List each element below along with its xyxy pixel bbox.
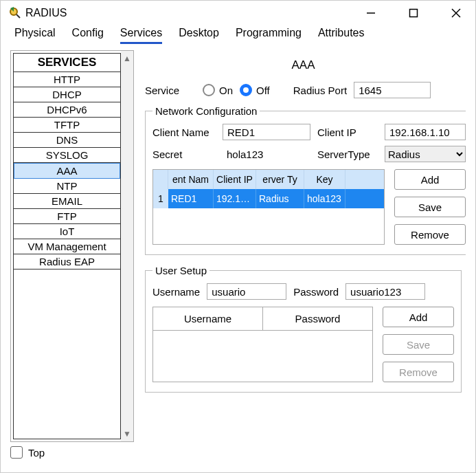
network-clients-table[interactable]: ent Nam Client IP erver Ty Key 1 RED1 19… — [152, 169, 385, 245]
nc-add-button[interactable]: Add — [394, 169, 466, 190]
sidebar-item-ftp[interactable]: FTP — [14, 209, 120, 224]
sidebar-scrollbar[interactable]: ▲ ▼ — [121, 51, 133, 441]
sidebar-item-vm-management[interactable]: VM Management — [14, 239, 120, 254]
sidebar-item-http[interactable]: HTTP — [14, 72, 120, 87]
client-name-input[interactable] — [223, 124, 310, 140]
th-server-type: erver Ty — [256, 170, 304, 189]
radius-port-label: Radius Port — [293, 85, 347, 96]
th-client-name: ent Nam — [168, 170, 214, 189]
sidebar-item-dns[interactable]: DNS — [14, 133, 120, 148]
tab-config[interactable]: Config — [72, 27, 104, 44]
sidebar-item-email[interactable]: EMAIL — [14, 194, 120, 209]
sidebar-item-dhcp[interactable]: DHCP — [14, 87, 120, 102]
password-input[interactable] — [345, 283, 425, 300]
th-client-ip: Client IP — [214, 170, 256, 189]
us-remove-button[interactable]: Remove — [383, 362, 454, 382]
service-on-radio[interactable] — [203, 84, 215, 96]
client-name-label: Client Name — [152, 126, 216, 138]
secret-input[interactable] — [223, 146, 310, 162]
top-tabs: Physical Config Services Desktop Program… — [1, 25, 475, 45]
th-key: Key — [304, 170, 345, 189]
client-ip-input[interactable] — [385, 124, 466, 140]
off-label: Off — [256, 85, 270, 96]
scroll-down-icon[interactable]: ▼ — [123, 429, 131, 439]
th-username: Username — [153, 307, 263, 330]
tab-services[interactable]: Services — [120, 27, 162, 44]
radius-port-input[interactable] — [354, 82, 431, 98]
sidebar-item-radius-eap[interactable]: Radius EAP — [14, 254, 120, 270]
table-row[interactable]: 1 RED1 192.1… Radius hola123 — [153, 189, 384, 208]
sidebar-item-syslog[interactable]: SYSLOG — [14, 148, 120, 163]
user-setup-legend: User Setup — [152, 265, 209, 276]
page-title: AAA — [145, 50, 462, 82]
sidebar-item-dhcpv6[interactable]: DHCPv6 — [14, 102, 120, 118]
tab-physical[interactable]: Physical — [14, 27, 56, 44]
tab-desktop[interactable]: Desktop — [179, 27, 219, 44]
sidebar-item-aaa[interactable]: AAA — [14, 163, 120, 179]
network-config-legend: Network Configuration — [152, 105, 260, 117]
titlebar: RADIUS — [1, 1, 475, 25]
client-ip-label: Client IP — [317, 126, 378, 138]
server-type-select[interactable]: Radius — [385, 146, 466, 162]
top-checkbox[interactable] — [10, 446, 23, 459]
network-configuration-group: Network Configuration Client Name Client… — [145, 105, 466, 255]
svg-line-1 — [16, 14, 20, 18]
th-password: Password — [263, 307, 372, 330]
sidebar-item-ntp[interactable]: NTP — [14, 179, 120, 194]
us-save-button[interactable]: Save — [383, 334, 454, 355]
on-label: On — [219, 85, 233, 96]
nc-save-button[interactable]: Save — [394, 197, 466, 217]
svg-rect-3 — [410, 10, 418, 17]
tab-programming[interactable]: Programming — [236, 27, 302, 44]
us-add-button[interactable]: Add — [383, 307, 454, 327]
top-label: Top — [28, 447, 45, 459]
username-input[interactable] — [207, 283, 286, 300]
sidebar-item-iot[interactable]: IoT — [14, 224, 120, 239]
app-icon — [8, 6, 21, 21]
service-off-radio[interactable] — [240, 84, 252, 96]
password-label: Password — [293, 286, 339, 298]
services-sidebar: SERVICES HTTP DHCP DHCPv6 TFTP DNS SYSLO… — [10, 50, 134, 442]
server-type-label: ServerType — [317, 148, 378, 160]
service-label: Service — [145, 85, 196, 96]
tab-attributes[interactable]: Attributes — [318, 27, 365, 44]
user-setup-group: User Setup Username Password Username Pa… — [145, 265, 462, 393]
scroll-up-icon[interactable]: ▲ — [123, 54, 131, 63]
sidebar-header: SERVICES — [14, 54, 120, 72]
minimize-button[interactable] — [359, 3, 383, 23]
sidebar-item-tftp[interactable]: TFTP — [14, 118, 120, 133]
users-table[interactable]: Username Password — [152, 307, 373, 382]
maximize-button[interactable] — [401, 3, 426, 23]
nc-remove-button[interactable]: Remove — [394, 224, 466, 245]
secret-label: Secret — [152, 148, 216, 160]
username-label: Username — [152, 286, 200, 298]
close-button[interactable] — [444, 3, 468, 23]
window-title: RADIUS — [25, 7, 67, 19]
